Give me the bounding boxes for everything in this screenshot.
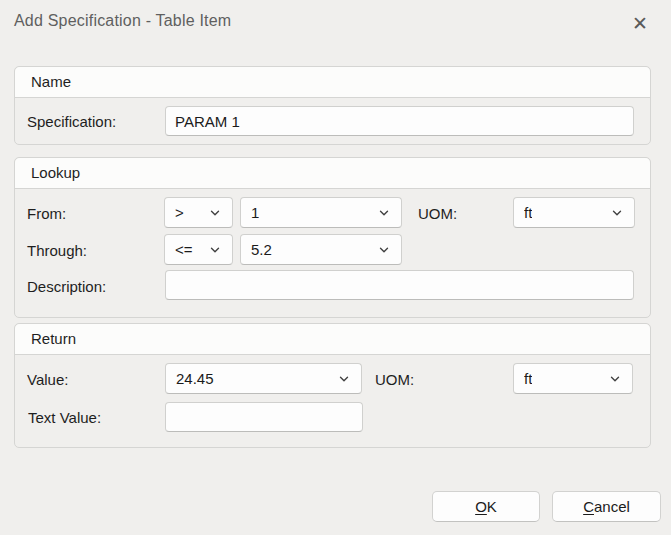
description-label: Description: xyxy=(27,278,106,295)
return-uom-label: UOM: xyxy=(375,371,414,388)
cancel-button-label: ancel xyxy=(594,498,630,515)
chevron-down-icon xyxy=(209,207,221,219)
lookup-uom-value: ft xyxy=(524,204,532,221)
through-label: Through: xyxy=(27,242,87,259)
ok-button[interactable]: OK xyxy=(432,491,540,522)
text-value-input[interactable] xyxy=(165,402,363,432)
ok-button-accesskey: O xyxy=(475,498,487,515)
specification-input[interactable] xyxy=(165,106,634,136)
lookup-group-header: Lookup xyxy=(15,158,650,189)
value-value: 24.45 xyxy=(176,370,214,387)
chevron-down-icon xyxy=(209,244,221,256)
from-value-select[interactable]: 1 xyxy=(240,197,402,228)
chevron-down-icon xyxy=(338,373,350,385)
through-value: 5.2 xyxy=(251,241,272,258)
return-uom-value: ft xyxy=(524,370,532,387)
name-group-header: Name xyxy=(15,67,650,98)
chevron-down-icon xyxy=(378,207,390,219)
text-value-label: Text Value: xyxy=(28,409,101,426)
from-operator-select[interactable]: > xyxy=(164,197,233,228)
specification-label: Specification: xyxy=(27,113,116,130)
lookup-uom-label: UOM: xyxy=(418,205,457,222)
lookup-uom-select[interactable]: ft xyxy=(513,197,635,228)
through-value-select[interactable]: 5.2 xyxy=(240,234,402,265)
value-select[interactable]: 24.45 xyxy=(165,363,362,394)
chevron-down-icon xyxy=(609,373,621,385)
through-operator-value: <= xyxy=(175,241,193,258)
cancel-button-accesskey: C xyxy=(583,498,594,515)
value-label: Value: xyxy=(27,371,68,388)
dialog-title: Add Specification - Table Item xyxy=(14,12,231,30)
add-specification-dialog: Add Specification - Table Item ✕ Name Sp… xyxy=(0,0,671,535)
return-group-header: Return xyxy=(15,324,650,355)
close-icon[interactable]: ✕ xyxy=(625,8,655,38)
chevron-down-icon xyxy=(378,244,390,256)
from-value: 1 xyxy=(251,204,259,221)
cancel-button[interactable]: Cancel xyxy=(552,491,661,522)
return-uom-select[interactable]: ft xyxy=(513,363,633,394)
from-operator-value: > xyxy=(175,204,184,221)
through-operator-select[interactable]: <= xyxy=(164,234,233,265)
ok-button-label: K xyxy=(487,498,497,515)
description-input[interactable] xyxy=(165,270,634,300)
chevron-down-icon xyxy=(611,207,623,219)
from-label: From: xyxy=(27,205,66,222)
